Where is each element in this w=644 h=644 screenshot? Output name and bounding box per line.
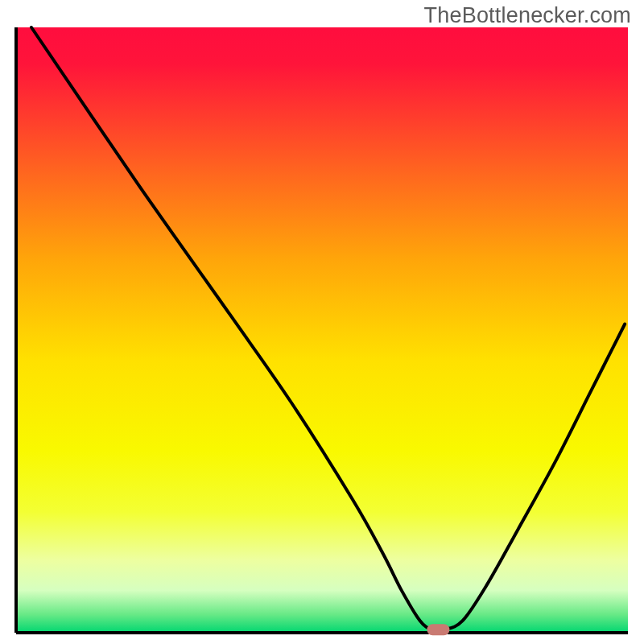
optimal-marker (427, 624, 449, 635)
chart-svg (0, 0, 644, 644)
plot-background (16, 27, 628, 633)
watermark-text: TheBottlenecker.com (424, 3, 631, 28)
bottleneck-chart: TheBottlenecker.com (0, 0, 644, 644)
